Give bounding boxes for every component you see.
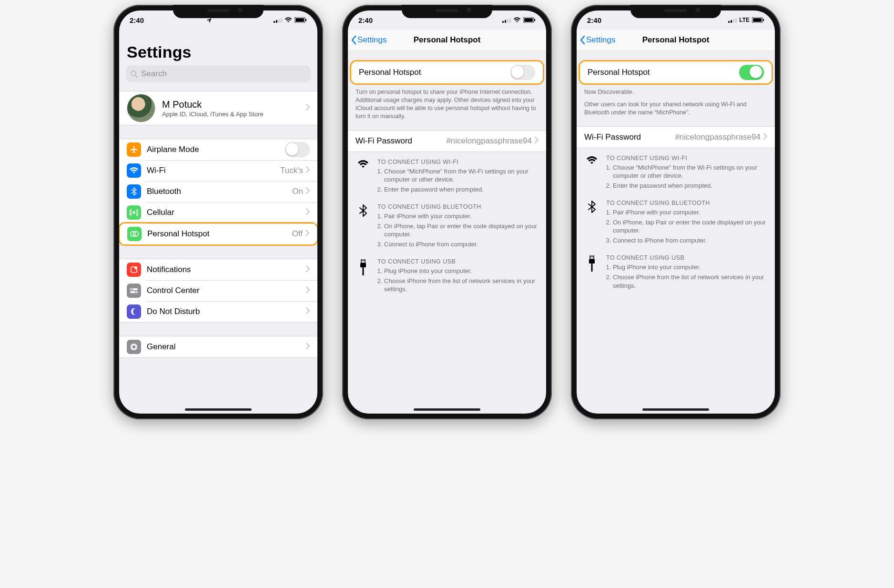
- chevron-right-icon: [306, 187, 310, 196]
- svg-rect-29: [364, 260, 365, 261]
- svg-rect-26: [534, 19, 535, 21]
- svg-rect-21: [505, 20, 506, 23]
- status-time: 2:40: [587, 16, 601, 24]
- moon-icon: [127, 304, 141, 319]
- svg-rect-2: [278, 19, 280, 23]
- avatar-icon: [127, 94, 155, 122]
- svg-point-16: [131, 288, 133, 290]
- svg-rect-0: [274, 21, 275, 23]
- chevron-right-icon: [306, 208, 310, 217]
- status-time: 2:40: [358, 16, 373, 24]
- back-button[interactable]: Settings: [577, 35, 615, 45]
- phone-hotspot-on: 2:40 LTE Settings Personal Hotspot Perso…: [571, 5, 781, 419]
- chevron-right-icon: [763, 133, 767, 142]
- page-title: Settings: [119, 30, 317, 63]
- svg-rect-39: [590, 255, 594, 259]
- bt-steps: Pair iPhone with your computer.On iPhone…: [606, 208, 767, 244]
- airplane-toggle[interactable]: [285, 142, 310, 157]
- usb-steps: Plug iPhone into your computer.Choose iP…: [606, 263, 767, 290]
- svg-rect-27: [361, 259, 365, 263]
- row-control-center[interactable]: Control Center: [119, 280, 317, 301]
- hotspot-toggle-row[interactable]: Personal Hotspot: [580, 61, 772, 83]
- discover-sub: Other users can look for your shared net…: [577, 100, 775, 117]
- svg-rect-5: [295, 18, 304, 22]
- usb-steps: Plug iPhone into your computer.Choose iP…: [377, 267, 538, 294]
- svg-rect-34: [733, 19, 734, 23]
- chevron-right-icon: [535, 137, 538, 145]
- usb-icon: [584, 254, 599, 291]
- profile-sub: Apple ID, iCloud, iTunes & App Store: [162, 111, 306, 118]
- notifications-icon: [127, 263, 141, 277]
- row-hotspot[interactable]: Personal Hotspot Off: [119, 222, 317, 246]
- hotspot-toggle[interactable]: [739, 65, 764, 80]
- wifi-icon: [284, 17, 292, 23]
- nav-bar: Settings Personal Hotspot: [577, 30, 775, 51]
- wifi-steps: Choose “MichPhone” from the Wi-Fi settin…: [377, 167, 538, 194]
- row-wifi[interactable]: Wi-Fi Tuck's: [119, 160, 317, 181]
- chevron-right-icon: [306, 286, 310, 295]
- battery-icon: [295, 17, 307, 23]
- discover-title: Now Discoverable.: [577, 85, 775, 100]
- chevron-right-icon: [306, 104, 310, 112]
- back-button[interactable]: Settings: [348, 35, 386, 45]
- row-airplane[interactable]: Airplane Mode: [119, 139, 317, 160]
- svg-rect-37: [753, 18, 762, 22]
- instruction-bluetooth: TO CONNECT USING BLUETOOTH Pair iPhone w…: [348, 197, 546, 252]
- svg-rect-43: [591, 264, 593, 272]
- profile-row[interactable]: M Potuck Apple ID, iCloud, iTunes & App …: [119, 91, 317, 125]
- network-lte: LTE: [739, 17, 750, 23]
- instruction-usb: TO CONNECT USING USB Plug iPhone into yo…: [348, 252, 546, 297]
- usb-icon: [356, 258, 371, 295]
- instruction-wifi: TO CONNECT USING WI-FI Choose “MichPhone…: [577, 148, 775, 193]
- home-indicator[interactable]: [414, 408, 480, 411]
- battery-icon: [523, 17, 536, 23]
- svg-rect-40: [591, 256, 592, 257]
- wifi-icon: [584, 155, 599, 192]
- search-placeholder: Search: [141, 69, 167, 79]
- svg-rect-6: [305, 19, 306, 21]
- wifi-icon: [356, 159, 371, 195]
- svg-rect-20: [502, 21, 504, 23]
- row-bluetooth[interactable]: Bluetooth On: [119, 181, 317, 202]
- row-notifications[interactable]: Notifications: [119, 259, 317, 280]
- row-dnd[interactable]: Do Not Disturb: [119, 301, 317, 322]
- control-center-icon: [127, 284, 141, 298]
- svg-rect-23: [509, 18, 511, 23]
- wifi-password-row[interactable]: Wi-Fi Password #nicelongpassphrase94: [348, 131, 546, 152]
- svg-rect-22: [507, 19, 508, 23]
- svg-rect-42: [589, 259, 595, 264]
- wifi-icon: [513, 17, 521, 23]
- hotspot-icon: [127, 227, 142, 241]
- svg-rect-28: [362, 260, 363, 261]
- chevron-right-icon: [306, 265, 310, 274]
- search-input[interactable]: Search: [126, 65, 311, 82]
- home-indicator[interactable]: [642, 408, 709, 411]
- hotspot-toggle[interactable]: [510, 65, 535, 80]
- cellular-icon: [127, 205, 141, 220]
- wifi-icon: [127, 163, 141, 178]
- signal-icon: [274, 18, 282, 23]
- chevron-left-icon: [351, 35, 356, 45]
- bluetooth-icon: [127, 184, 141, 199]
- chevron-right-icon: [305, 230, 309, 238]
- airplane-icon: [127, 142, 141, 157]
- svg-point-19: [132, 345, 135, 348]
- home-indicator[interactable]: [185, 408, 252, 411]
- instruction-wifi: TO CONNECT USING WI-FI Choose “MichPhone…: [348, 152, 546, 197]
- chevron-right-icon: [306, 343, 310, 351]
- instruction-usb: TO CONNECT USING USB Plug iPhone into yo…: [577, 248, 775, 293]
- svg-rect-31: [363, 267, 364, 275]
- svg-rect-25: [524, 18, 533, 22]
- svg-rect-38: [763, 19, 764, 21]
- chevron-left-icon: [579, 35, 585, 45]
- chevron-right-icon: [306, 166, 310, 175]
- status-time: 2:40: [130, 16, 144, 24]
- notch: [402, 5, 492, 18]
- notch: [630, 5, 721, 18]
- svg-rect-3: [281, 18, 282, 23]
- hotspot-toggle-row[interactable]: Personal Hotspot: [351, 61, 543, 83]
- row-cellular[interactable]: Cellular: [119, 202, 317, 223]
- svg-rect-32: [728, 21, 730, 23]
- row-general[interactable]: General: [119, 336, 317, 357]
- wifi-password-row[interactable]: Wi-Fi Password #nicelongpassphrase94: [577, 127, 775, 148]
